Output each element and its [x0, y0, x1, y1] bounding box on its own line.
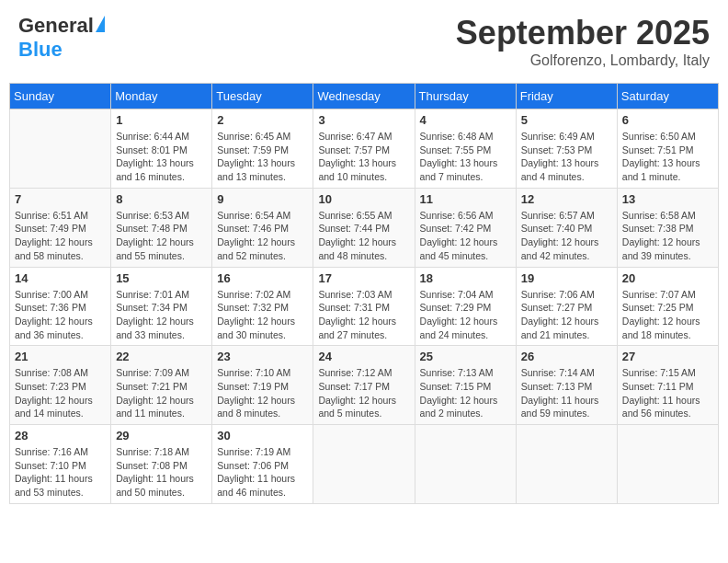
- day-info: Sunrise: 7:08 AM Sunset: 7:23 PM Dayligh…: [15, 366, 106, 420]
- day-info: Sunrise: 6:54 AM Sunset: 7:46 PM Dayligh…: [217, 209, 308, 263]
- day-info: Sunrise: 7:09 AM Sunset: 7:21 PM Dayligh…: [116, 366, 207, 420]
- calendar-cell: [516, 425, 617, 504]
- calendar-cell: 29Sunrise: 7:18 AM Sunset: 7:08 PM Dayli…: [111, 425, 212, 504]
- day-info: Sunrise: 6:48 AM Sunset: 7:55 PM Dayligh…: [420, 130, 511, 184]
- calendar-cell: 18Sunrise: 7:04 AM Sunset: 7:29 PM Dayli…: [415, 267, 516, 346]
- day-info: Sunrise: 7:03 AM Sunset: 7:31 PM Dayligh…: [318, 288, 409, 342]
- day-info: Sunrise: 7:19 AM Sunset: 7:06 PM Dayligh…: [217, 445, 308, 500]
- day-number: 21: [15, 350, 106, 363]
- calendar-cell: 19Sunrise: 7:06 AM Sunset: 7:27 PM Dayli…: [516, 267, 617, 346]
- day-info: Sunrise: 6:57 AM Sunset: 7:40 PM Dayligh…: [521, 209, 612, 263]
- calendar-cell: 27Sunrise: 7:15 AM Sunset: 7:11 PM Dayli…: [617, 346, 718, 425]
- calendar-cell: 1Sunrise: 6:44 AM Sunset: 8:01 PM Daylig…: [111, 109, 212, 189]
- calendar-cell: 28Sunrise: 7:16 AM Sunset: 7:10 PM Dayli…: [10, 425, 111, 504]
- day-info: Sunrise: 7:16 AM Sunset: 7:10 PM Dayligh…: [15, 445, 106, 500]
- calendar-cell: 10Sunrise: 6:55 AM Sunset: 7:44 PM Dayli…: [313, 188, 415, 267]
- day-number: 13: [622, 192, 713, 206]
- weekday-header-sunday: Sunday: [10, 84, 111, 109]
- day-info: Sunrise: 7:07 AM Sunset: 7:25 PM Dayligh…: [622, 288, 713, 342]
- day-number: 23: [217, 350, 308, 363]
- day-info: Sunrise: 7:06 AM Sunset: 7:27 PM Dayligh…: [521, 288, 612, 342]
- day-number: 10: [318, 192, 409, 206]
- calendar-cell: 13Sunrise: 6:58 AM Sunset: 7:38 PM Dayli…: [617, 188, 718, 267]
- day-info: Sunrise: 6:44 AM Sunset: 8:01 PM Dayligh…: [116, 130, 207, 184]
- day-number: 30: [217, 429, 308, 442]
- calendar-cell: 21Sunrise: 7:08 AM Sunset: 7:23 PM Dayli…: [10, 346, 111, 425]
- day-number: 14: [15, 271, 106, 285]
- day-info: Sunrise: 7:01 AM Sunset: 7:34 PM Dayligh…: [116, 288, 207, 342]
- week-row-5: 28Sunrise: 7:16 AM Sunset: 7:10 PM Dayli…: [10, 425, 719, 504]
- day-info: Sunrise: 6:55 AM Sunset: 7:44 PM Dayligh…: [318, 209, 409, 263]
- week-row-2: 7Sunrise: 6:51 AM Sunset: 7:49 PM Daylig…: [10, 188, 719, 267]
- calendar-cell: 24Sunrise: 7:12 AM Sunset: 7:17 PM Dayli…: [313, 346, 415, 425]
- day-number: 5: [521, 113, 612, 127]
- day-number: 2: [217, 113, 308, 127]
- title-section: September 2025 Golforenzo, Lombardy, Ita…: [456, 14, 710, 69]
- calendar-cell: 20Sunrise: 7:07 AM Sunset: 7:25 PM Dayli…: [617, 267, 718, 346]
- day-number: 25: [420, 350, 511, 363]
- day-number: 22: [116, 350, 207, 363]
- day-number: 15: [116, 271, 207, 285]
- week-row-1: 1Sunrise: 6:44 AM Sunset: 8:01 PM Daylig…: [10, 109, 719, 189]
- calendar-cell: 2Sunrise: 6:45 AM Sunset: 7:59 PM Daylig…: [212, 109, 313, 189]
- calendar-cell: 6Sunrise: 6:50 AM Sunset: 7:51 PM Daylig…: [617, 109, 718, 189]
- logo-general-text: General: [18, 14, 94, 38]
- day-info: Sunrise: 7:13 AM Sunset: 7:15 PM Dayligh…: [420, 366, 511, 420]
- week-row-3: 14Sunrise: 7:00 AM Sunset: 7:36 PM Dayli…: [10, 267, 719, 346]
- weekday-header-friday: Friday: [516, 84, 617, 109]
- day-info: Sunrise: 7:15 AM Sunset: 7:11 PM Dayligh…: [622, 366, 713, 420]
- day-info: Sunrise: 7:04 AM Sunset: 7:29 PM Dayligh…: [420, 288, 511, 342]
- calendar-cell: 30Sunrise: 7:19 AM Sunset: 7:06 PM Dayli…: [212, 425, 313, 504]
- day-number: 26: [521, 350, 612, 363]
- month-title: September 2025: [456, 14, 710, 52]
- day-info: Sunrise: 7:10 AM Sunset: 7:19 PM Dayligh…: [217, 366, 308, 420]
- day-number: 8: [116, 192, 207, 206]
- calendar-cell: [10, 109, 111, 189]
- weekday-header-thursday: Thursday: [415, 84, 516, 109]
- logo-blue-text: Blue: [18, 38, 63, 62]
- day-number: 7: [15, 192, 106, 206]
- calendar-cell: 8Sunrise: 6:53 AM Sunset: 7:48 PM Daylig…: [111, 188, 212, 267]
- logo-triangle-icon: [96, 16, 105, 32]
- day-number: 29: [116, 429, 207, 442]
- day-number: 20: [622, 271, 713, 285]
- calendar-cell: 23Sunrise: 7:10 AM Sunset: 7:19 PM Dayli…: [212, 346, 313, 425]
- weekday-header-tuesday: Tuesday: [212, 84, 313, 109]
- calendar-cell: 22Sunrise: 7:09 AM Sunset: 7:21 PM Dayli…: [111, 346, 212, 425]
- day-info: Sunrise: 7:02 AM Sunset: 7:32 PM Dayligh…: [217, 288, 308, 342]
- day-info: Sunrise: 6:51 AM Sunset: 7:49 PM Dayligh…: [15, 209, 106, 263]
- day-info: Sunrise: 6:45 AM Sunset: 7:59 PM Dayligh…: [217, 130, 308, 184]
- logo: General Blue: [18, 14, 105, 62]
- weekday-header-monday: Monday: [111, 84, 212, 109]
- calendar-cell: 4Sunrise: 6:48 AM Sunset: 7:55 PM Daylig…: [415, 109, 516, 189]
- calendar-cell: 11Sunrise: 6:56 AM Sunset: 7:42 PM Dayli…: [415, 188, 516, 267]
- day-info: Sunrise: 6:50 AM Sunset: 7:51 PM Dayligh…: [622, 130, 713, 184]
- calendar-table: SundayMondayTuesdayWednesdayThursdayFrid…: [9, 83, 719, 504]
- calendar-cell: 12Sunrise: 6:57 AM Sunset: 7:40 PM Dayli…: [516, 188, 617, 267]
- day-number: 11: [420, 192, 511, 206]
- day-info: Sunrise: 7:12 AM Sunset: 7:17 PM Dayligh…: [318, 366, 409, 420]
- day-number: 12: [521, 192, 612, 206]
- calendar-cell: 25Sunrise: 7:13 AM Sunset: 7:15 PM Dayli…: [415, 346, 516, 425]
- day-info: Sunrise: 6:58 AM Sunset: 7:38 PM Dayligh…: [622, 209, 713, 263]
- day-number: 1: [116, 113, 207, 127]
- day-number: 18: [420, 271, 511, 285]
- calendar-cell: 5Sunrise: 6:49 AM Sunset: 7:53 PM Daylig…: [516, 109, 617, 189]
- day-number: 3: [318, 113, 409, 127]
- day-info: Sunrise: 6:47 AM Sunset: 7:57 PM Dayligh…: [318, 130, 409, 184]
- weekday-header-saturday: Saturday: [617, 84, 718, 109]
- day-number: 17: [318, 271, 409, 285]
- day-info: Sunrise: 6:49 AM Sunset: 7:53 PM Dayligh…: [521, 130, 612, 184]
- calendar-cell: 26Sunrise: 7:14 AM Sunset: 7:13 PM Dayli…: [516, 346, 617, 425]
- day-number: 24: [318, 350, 409, 363]
- calendar-cell: 14Sunrise: 7:00 AM Sunset: 7:36 PM Dayli…: [10, 267, 111, 346]
- location-text: Golforenzo, Lombardy, Italy: [456, 52, 710, 69]
- page-header: General Blue September 2025 Golforenzo, …: [9, 9, 719, 74]
- calendar-cell: 16Sunrise: 7:02 AM Sunset: 7:32 PM Dayli…: [212, 267, 313, 346]
- calendar-cell: 17Sunrise: 7:03 AM Sunset: 7:31 PM Dayli…: [313, 267, 415, 346]
- day-info: Sunrise: 7:00 AM Sunset: 7:36 PM Dayligh…: [15, 288, 106, 342]
- calendar-cell: 3Sunrise: 6:47 AM Sunset: 7:57 PM Daylig…: [313, 109, 415, 189]
- day-number: 19: [521, 271, 612, 285]
- weekday-header-wednesday: Wednesday: [313, 84, 415, 109]
- weekday-header-row: SundayMondayTuesdayWednesdayThursdayFrid…: [10, 84, 719, 109]
